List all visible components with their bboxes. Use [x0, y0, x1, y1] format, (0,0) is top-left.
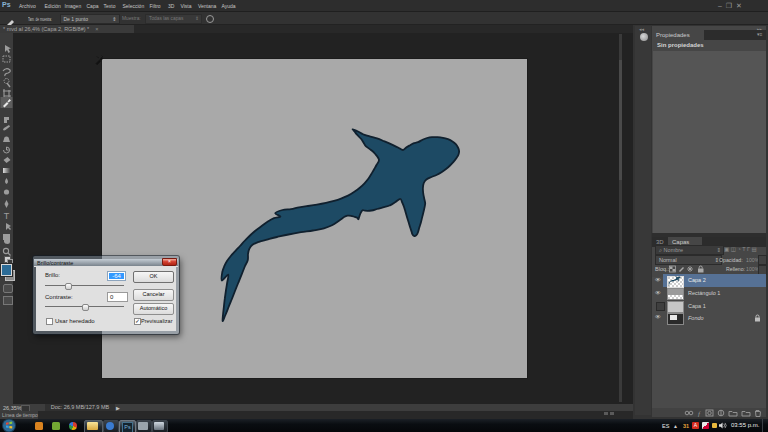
svg-text:f: f	[698, 410, 701, 418]
